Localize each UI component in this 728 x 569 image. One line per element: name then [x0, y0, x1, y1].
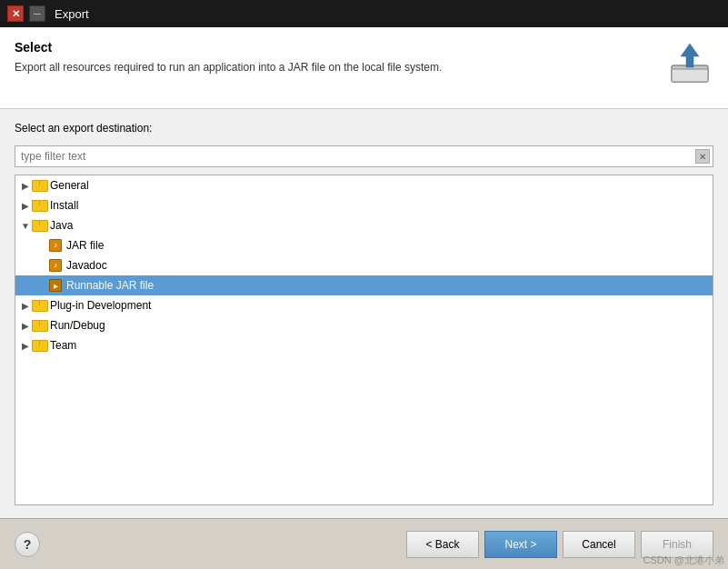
help-icon: ?: [24, 537, 32, 552]
tree-icon-run-debug: [32, 318, 46, 333]
tree-label-jar-file: JAR file: [66, 239, 104, 252]
footer-left: ?: [15, 532, 40, 557]
dialog-title: Export: [55, 7, 89, 21]
dialog-footer: ? < Back Next > Cancel Finish: [0, 518, 728, 569]
tree-arrow-team: ▶: [19, 339, 32, 352]
dialog-content: Select an export destination: ✕ ▶General…: [0, 109, 728, 518]
tree-arrow-plugin-development: ▶: [19, 299, 32, 312]
tree-arrow-runnable-jar-file: [35, 279, 48, 292]
tree-item-javadoc[interactable]: JJavadoc: [15, 255, 713, 275]
tree-item-install[interactable]: ▶Install: [15, 195, 713, 215]
tree-icon-jar-file: J: [48, 238, 63, 253]
filter-input[interactable]: [15, 145, 713, 167]
dialog-header: Select Export all resources required to …: [0, 27, 728, 109]
minimize-icon: ─: [34, 8, 41, 19]
tree-icon-team: [32, 338, 46, 353]
tree-arrow-run-debug: ▶: [19, 319, 32, 332]
svg-rect-1: [672, 69, 708, 82]
tree-arrow-java: ▼: [19, 219, 32, 232]
filter-container: ✕: [15, 145, 713, 167]
export-icon: [666, 40, 713, 87]
title-bar: ✕ ─ Export: [0, 0, 728, 27]
section-label: Select an export destination:: [15, 122, 713, 135]
clear-icon: ✕: [699, 152, 706, 162]
tree-list: ▶General▶Install▼JavaJJAR fileJJavadoc▶R…: [15, 175, 713, 505]
tree-arrow-jar-file: [35, 239, 48, 252]
minimize-button[interactable]: ─: [29, 5, 45, 22]
tree-icon-install: [32, 198, 46, 213]
watermark: CSDN @北港小弟: [643, 554, 724, 567]
tree-label-general: General: [50, 179, 89, 192]
filter-clear-button[interactable]: ✕: [695, 149, 710, 164]
tree-label-java: Java: [50, 219, 73, 232]
tree-label-team: Team: [50, 339, 76, 352]
header-title: Select: [15, 40, 657, 55]
tree-label-javadoc: Javadoc: [66, 259, 107, 272]
tree-item-jar-file[interactable]: JJAR file: [15, 235, 713, 255]
tree-arrow-javadoc: [35, 259, 48, 272]
cancel-button[interactable]: Cancel: [563, 531, 635, 558]
tree-label-runnable-jar-file: Runnable JAR file: [66, 279, 154, 292]
tree-arrow-general: ▶: [19, 179, 32, 192]
tree-icon-javadoc: J: [48, 258, 63, 273]
tree-label-run-debug: Run/Debug: [50, 319, 105, 332]
tree-label-plugin-development: Plug-in Development: [50, 299, 151, 312]
tree-item-plugin-development[interactable]: ▶Plug-in Development: [15, 295, 713, 315]
tree-icon-runnable-jar-file: ▶: [48, 278, 63, 293]
dialog-body: Select Export all resources required to …: [0, 27, 728, 569]
tree-icon-plugin-development: [32, 298, 46, 313]
svg-marker-2: [681, 44, 699, 67]
tree-label-install: Install: [50, 199, 78, 212]
tree-item-runnable-jar-file[interactable]: ▶Runnable JAR file: [15, 275, 713, 295]
header-description: Export all resources required to run an …: [15, 60, 633, 75]
tree-icon-java: [32, 218, 46, 233]
tree-item-java[interactable]: ▼Java: [15, 215, 713, 235]
help-button[interactable]: ?: [15, 532, 40, 557]
next-button[interactable]: Next >: [484, 531, 557, 558]
close-button[interactable]: ✕: [7, 5, 24, 22]
close-icon: ✕: [12, 8, 20, 20]
tree-item-team[interactable]: ▶Team: [15, 335, 713, 355]
header-text: Select Export all resources required to …: [15, 40, 657, 75]
tree-icon-general: [32, 178, 46, 193]
tree-arrow-install: ▶: [19, 199, 32, 212]
tree-item-general[interactable]: ▶General: [15, 175, 713, 195]
tree-item-run-debug[interactable]: ▶Run/Debug: [15, 315, 713, 335]
back-button[interactable]: < Back: [406, 531, 479, 558]
